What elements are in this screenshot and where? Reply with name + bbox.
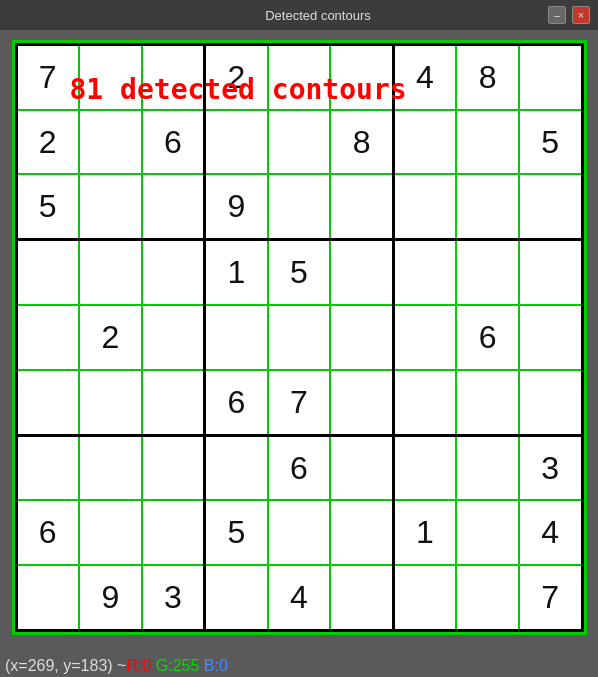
table-cell — [205, 110, 268, 175]
close-button[interactable]: × — [572, 6, 590, 24]
table-cell — [79, 370, 142, 435]
table-row: 9347 — [16, 565, 582, 630]
table-cell — [456, 500, 519, 565]
table-cell: 8 — [456, 45, 519, 110]
table-cell — [456, 174, 519, 239]
table-cell: 7 — [519, 565, 582, 630]
table-cell — [330, 45, 393, 110]
table-cell: 6 — [205, 370, 268, 435]
table-cell: 7 — [16, 45, 79, 110]
table-cell — [519, 240, 582, 305]
table-cell — [79, 240, 142, 305]
table-cell: 2 — [79, 305, 142, 370]
table-cell — [268, 305, 331, 370]
table-cell — [519, 174, 582, 239]
table-cell — [330, 305, 393, 370]
table-cell — [456, 435, 519, 500]
table-cell — [79, 45, 142, 110]
status-r: R:0 — [126, 657, 151, 675]
table-cell: 6 — [142, 110, 205, 175]
table-cell — [268, 45, 331, 110]
table-cell: 8 — [330, 110, 393, 175]
table-cell — [456, 565, 519, 630]
table-cell — [142, 435, 205, 500]
table-cell — [16, 370, 79, 435]
table-cell — [393, 305, 456, 370]
table-cell — [393, 110, 456, 175]
table-cell: 7 — [268, 370, 331, 435]
table-cell — [16, 305, 79, 370]
table-cell — [393, 370, 456, 435]
table-cell — [79, 174, 142, 239]
table-row: 15 — [16, 240, 582, 305]
table-cell — [142, 370, 205, 435]
content-area: 81 detected contours 7248268559152667636… — [0, 30, 598, 655]
status-bar: (x=269, y=183) ~ R:0 G:255 B:0 — [0, 655, 598, 677]
table-cell: 5 — [519, 110, 582, 175]
table-cell: 6 — [456, 305, 519, 370]
table-row: 7248 — [16, 45, 582, 110]
table-cell — [142, 240, 205, 305]
table-cell: 2 — [16, 110, 79, 175]
table-cell: 6 — [268, 435, 331, 500]
table-cell — [330, 435, 393, 500]
table-cell — [142, 305, 205, 370]
table-cell — [330, 565, 393, 630]
table-row: 67 — [16, 370, 582, 435]
table-cell: 5 — [268, 240, 331, 305]
status-b: B:0 — [204, 657, 228, 675]
minimize-button[interactable]: – — [548, 6, 566, 24]
table-cell — [16, 240, 79, 305]
table-cell — [456, 110, 519, 175]
table-cell — [79, 110, 142, 175]
table-cell — [16, 435, 79, 500]
table-cell — [268, 110, 331, 175]
table-cell — [79, 435, 142, 500]
table-cell: 4 — [268, 565, 331, 630]
table-cell — [519, 45, 582, 110]
table-cell — [330, 370, 393, 435]
table-row: 2685 — [16, 110, 582, 175]
table-row: 59 — [16, 174, 582, 239]
table-cell — [393, 565, 456, 630]
table-cell — [330, 500, 393, 565]
table-cell — [519, 305, 582, 370]
table-cell: 9 — [79, 565, 142, 630]
table-row: 6514 — [16, 500, 582, 565]
table-cell — [79, 500, 142, 565]
table-cell — [456, 240, 519, 305]
sudoku-grid-container: 81 detected contours 7248268559152667636… — [12, 40, 587, 635]
table-cell: 4 — [393, 45, 456, 110]
table-cell — [393, 174, 456, 239]
table-cell: 1 — [393, 500, 456, 565]
table-cell — [330, 174, 393, 239]
table-cell — [268, 500, 331, 565]
status-coords: (x=269, y=183) ~ — [5, 657, 126, 675]
table-cell — [205, 565, 268, 630]
status-g: G:255 — [156, 657, 200, 675]
table-cell — [205, 305, 268, 370]
table-cell — [16, 565, 79, 630]
table-cell: 3 — [519, 435, 582, 500]
table-cell — [205, 435, 268, 500]
table-cell — [142, 174, 205, 239]
table-cell: 4 — [519, 500, 582, 565]
table-cell: 5 — [205, 500, 268, 565]
table-cell — [456, 370, 519, 435]
table-cell: 9 — [205, 174, 268, 239]
table-row: 26 — [16, 305, 582, 370]
table-row: 63 — [16, 435, 582, 500]
table-cell — [142, 500, 205, 565]
title-bar: Detected contours – × — [0, 0, 598, 30]
table-cell — [393, 240, 456, 305]
window-controls: – × — [548, 6, 590, 24]
table-cell — [393, 435, 456, 500]
table-cell: 2 — [205, 45, 268, 110]
table-cell — [142, 45, 205, 110]
sudoku-table: 72482685591526676365149347 — [15, 43, 584, 632]
table-cell — [330, 240, 393, 305]
table-cell: 3 — [142, 565, 205, 630]
table-cell: 1 — [205, 240, 268, 305]
table-cell: 6 — [16, 500, 79, 565]
table-cell — [268, 174, 331, 239]
